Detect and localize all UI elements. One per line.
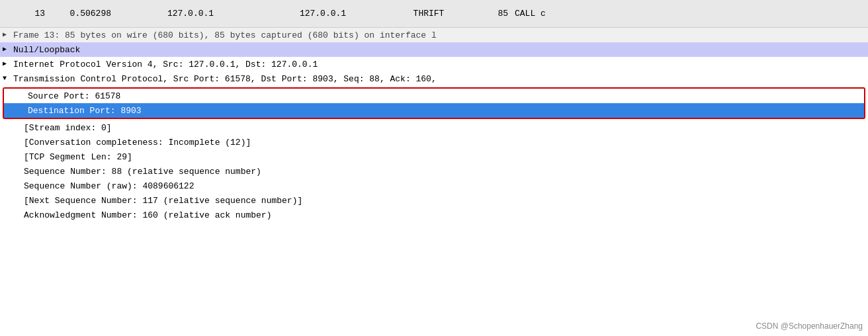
packet-number: 13 [5,9,45,19]
destination-port-text: Destination Port: 8903 [28,106,142,116]
acknowledgment-number-row[interactable]: Acknowledgment Number: 160 (relative ack… [0,208,868,222]
destination-port-row[interactable]: Destination Port: 8903 [4,103,864,118]
sequence-number-text: Sequence Number: 88 (relative sequence n… [24,167,261,177]
source-port-row[interactable]: Source Port: 61578 [4,89,864,103]
null-loopback-text: Null/Loopback [13,45,80,55]
tcp-seg-len-text: [TCP Segment Len: 29] [24,152,132,162]
port-box: Source Port: 61578 Destination Port: 890… [3,87,865,119]
packet-src: 127.0.0.1 [124,9,257,19]
packet-dst: 127.0.0.1 [257,9,389,19]
packet-list-row[interactable]: 13 0.506298 127.0.0.1 127.0.0.1 THRIFT 8… [0,0,868,28]
sequence-number-raw-row[interactable]: Sequence Number (raw): 4089606122 [0,179,868,193]
ipv4-text: Internet Protocol Version 4, Src: 127.0.… [13,60,318,69]
next-sequence-number-row[interactable]: [Next Sequence Number: 117 (relative seq… [0,193,868,208]
frame-row[interactable]: Frame 13: 85 bytes on wire (680 bits), 8… [0,28,868,42]
tcp-triangle [3,74,12,83]
ipv4-row[interactable]: Internet Protocol Version 4, Src: 127.0.… [0,57,868,71]
acknowledgment-number-text: Acknowledgment Number: 160 (relative ack… [24,210,271,220]
sequence-number-raw-text: Sequence Number (raw): 4089606122 [24,181,194,191]
tcp-row[interactable]: Transmission Control Protocol, Src Port:… [0,71,868,86]
next-sequence-number-text: [Next Sequence Number: 117 (relative seq… [24,196,302,206]
detail-panel: Frame 13: 85 bytes on wire (680 bits), 8… [0,28,868,222]
null-loopback-triangle [3,45,12,54]
conversation-completeness-row[interactable]: [Conversation completeness: Incomplete (… [0,135,868,149]
tcp-text: Transmission Control Protocol, Src Port:… [13,74,437,84]
wireshark-window: 13 0.506298 127.0.0.1 127.0.0.1 THRIFT 8… [0,0,868,336]
frame-triangle [3,30,12,40]
conversation-completeness-text: [Conversation completeness: Incomplete (… [24,138,251,147]
tcp-seg-len-row[interactable]: [TCP Segment Len: 29] [0,149,868,164]
packet-protocol: THRIFT [389,9,468,19]
packet-time: 0.506298 [45,9,124,19]
ipv4-triangle [3,60,12,69]
frame-text: Frame 13: 85 bytes on wire (680 bits), 8… [13,30,437,40]
null-loopback-row[interactable]: Null/Loopback [0,42,868,57]
packet-info: CALL c [508,9,863,19]
sequence-number-row[interactable]: Sequence Number: 88 (relative sequence n… [0,164,868,179]
watermark: CSDN @SchopenhauerZhang [756,321,863,331]
packet-length: 85 [468,9,508,19]
source-port-text: Source Port: 61578 [28,91,120,101]
stream-index-row[interactable]: [Stream index: 0] [0,120,868,135]
stream-index-text: [Stream index: 0] [24,123,112,133]
